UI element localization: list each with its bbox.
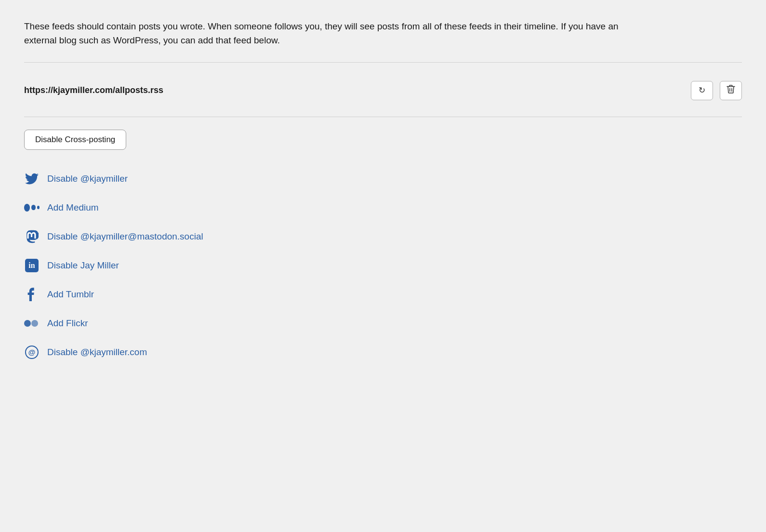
linkedin-item[interactable]: in Disable Jay Miller	[24, 251, 742, 280]
twitter-icon	[24, 171, 40, 186]
email-icon: @	[24, 345, 40, 360]
description-text: These feeds should contain posts you wro…	[24, 19, 650, 48]
flickr-label: Add Flickr	[47, 318, 88, 329]
twitter-label: Disable @kjaymiller	[47, 173, 128, 184]
medium-circle-medium	[31, 205, 35, 210]
medium-icon	[24, 200, 40, 215]
medium-circle-small	[37, 206, 40, 209]
email-item[interactable]: @ Disable @kjaymiller.com	[24, 338, 742, 367]
linkedin-label: Disable Jay Miller	[47, 260, 119, 271]
flickr-icon	[24, 316, 40, 331]
linkedin-icon: in	[24, 258, 40, 273]
page-container: These feeds should contain posts you wro…	[0, 0, 766, 386]
tumblr-label: Add Tumblr	[47, 289, 94, 300]
disable-crossposting-button[interactable]: Disable Cross-posting	[24, 130, 126, 150]
social-list: Disable @kjaymiller Add Medium Disable @…	[24, 164, 742, 367]
twitter-item[interactable]: Disable @kjaymiller	[24, 164, 742, 193]
tumblr-icon	[24, 287, 40, 302]
feed-row: https://kjaymiller.com/allposts.rss ↻	[24, 67, 742, 114]
flickr-item[interactable]: Add Flickr	[24, 309, 742, 338]
delete-feed-button[interactable]	[720, 81, 742, 100]
top-divider	[24, 62, 742, 63]
email-label: Disable @kjaymiller.com	[47, 347, 147, 358]
tumblr-item[interactable]: Add Tumblr	[24, 280, 742, 309]
trash-icon	[726, 84, 735, 96]
medium-circle-large	[24, 204, 30, 212]
refresh-icon: ↻	[699, 85, 705, 95]
refresh-feed-button[interactable]: ↻	[691, 81, 713, 100]
section-divider	[24, 117, 742, 117]
medium-item[interactable]: Add Medium	[24, 193, 742, 222]
mastodon-item[interactable]: Disable @kjaymiller@mastodon.social	[24, 222, 742, 251]
mastodon-icon	[24, 229, 40, 244]
feed-url: https://kjaymiller.com/allposts.rss	[24, 85, 684, 95]
svg-point-0	[24, 320, 31, 327]
svg-point-1	[31, 320, 38, 327]
mastodon-label: Disable @kjaymiller@mastodon.social	[47, 231, 203, 242]
medium-label: Add Medium	[47, 202, 99, 213]
